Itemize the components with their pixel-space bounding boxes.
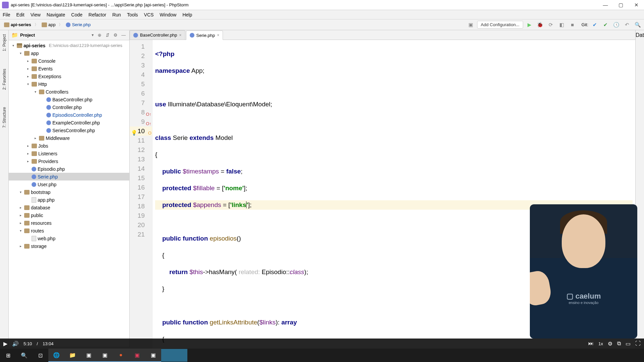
menu-run[interactable]: Run <box>112 12 121 17</box>
tool-window-structure[interactable]: 7: Structure <box>1 105 7 130</box>
taskbar-app[interactable]: ▣ <box>145 349 161 362</box>
hide-icon[interactable]: — <box>121 32 127 38</box>
settings-icon[interactable]: ⚙ <box>608 341 612 347</box>
tree-row[interactable]: Controller.php <box>9 103 129 111</box>
run-icon[interactable]: ▶ <box>525 20 534 29</box>
next-icon[interactable]: ⏭ <box>588 341 594 347</box>
gear-icon[interactable]: ⚙ <box>112 32 119 38</box>
taskbar-app[interactable]: ▣ <box>129 349 145 362</box>
tree-row[interactable]: BaseController.php <box>9 96 129 103</box>
coverage-icon[interactable]: ⟳ <box>547 20 555 29</box>
expand-icon[interactable]: ▸ <box>26 74 30 78</box>
taskbar-app[interactable]: ● <box>113 349 129 362</box>
menu-view[interactable]: View <box>31 12 41 17</box>
breadcrumb-file[interactable]: Serie.php <box>64 21 93 28</box>
chevron-down-icon[interactable]: ▼ <box>91 33 94 37</box>
expand-icon[interactable]: ▸ <box>18 221 23 225</box>
tree-row[interactable]: ▸public <box>9 211 129 219</box>
expand-icon[interactable]: ▸ <box>26 144 30 148</box>
tree-row[interactable]: ▸Middleware <box>9 134 129 142</box>
expand-icon[interactable]: ▾ <box>11 44 15 47</box>
update-project-icon[interactable]: ✔ <box>590 20 599 29</box>
debug-icon[interactable]: 🐞 <box>536 20 545 29</box>
playback-speed[interactable]: 1x <box>598 341 603 346</box>
tree-row[interactable]: ▸Listeners <box>9 150 129 157</box>
tree-row[interactable]: ▸database <box>9 204 129 211</box>
taskbar-app[interactable]: 📁 <box>64 349 81 362</box>
add-configuration-button[interactable]: Add Configuration... <box>477 21 523 29</box>
tree-root[interactable]: ▾ api-series E:\vinicius-dias\1219-lumen… <box>9 42 129 49</box>
build-icon[interactable]: ▣ <box>466 20 475 29</box>
tree-row[interactable]: ▸storage <box>9 242 129 250</box>
tree-row[interactable]: ▸Providers <box>9 157 129 165</box>
profile-icon[interactable]: ◧ <box>557 20 566 29</box>
search-button[interactable]: 🔍 <box>16 349 32 362</box>
start-button[interactable]: ⊞ <box>0 349 16 362</box>
tree-row[interactable]: ▾routes <box>9 227 129 235</box>
expand-icon[interactable]: ▾ <box>18 51 23 55</box>
tree-row[interactable]: ▾bootstrap <box>9 188 129 196</box>
stop-icon[interactable]: ■ <box>568 20 577 29</box>
project-tree[interactable]: ▾ api-series E:\vinicius-dias\1219-lumen… <box>9 40 129 347</box>
tree-row[interactable]: Episodio.php <box>9 165 129 173</box>
expand-icon[interactable]: ▸ <box>18 206 23 209</box>
tree-row[interactable]: ▾app <box>9 49 129 57</box>
menu-tools[interactable]: Tools <box>127 12 138 17</box>
expand-icon[interactable]: ▸ <box>33 136 38 140</box>
tree-row[interactable]: ▸Events <box>9 65 129 72</box>
play-button[interactable]: ▶ <box>3 341 7 347</box>
tree-row[interactable]: ▸resources <box>9 219 129 227</box>
menu-file[interactable]: File <box>3 12 10 17</box>
pip-icon[interactable]: ⧉ <box>617 341 621 347</box>
taskbar-app[interactable]: ▣ <box>81 349 97 362</box>
expand-icon[interactable]: ▸ <box>18 244 23 248</box>
tree-row[interactable]: SeriesController.php <box>9 126 129 134</box>
locate-icon[interactable]: ⊕ <box>96 32 102 38</box>
expand-icon[interactable]: ▸ <box>26 59 30 63</box>
menu-vcs[interactable]: VCS <box>144 12 154 17</box>
revert-icon[interactable]: ↶ <box>623 20 631 29</box>
minimize-button[interactable]: — <box>598 0 613 10</box>
breadcrumb-root[interactable]: api-series <box>2 21 33 28</box>
tree-row[interactable]: User.php <box>9 180 129 188</box>
menu-window[interactable]: Window <box>160 12 177 17</box>
expand-icon[interactable]: ▸ <box>26 159 30 163</box>
tree-row[interactable]: web.php <box>9 235 129 242</box>
close-tab-icon[interactable]: × <box>179 33 182 38</box>
tool-window-database[interactable]: Database <box>636 32 644 38</box>
menu-help[interactable]: Help <box>182 12 192 17</box>
tree-row[interactable]: ▸Exceptions <box>9 72 129 80</box>
tab-basecontroller[interactable]: BaseController.php × <box>130 30 185 40</box>
commit-icon[interactable]: ✔ <box>601 20 610 29</box>
taskbar-app[interactable]: ▣ <box>97 349 113 362</box>
task-view-button[interactable]: ⊡ <box>32 349 48 362</box>
collapse-icon[interactable]: ⇵ <box>104 32 110 38</box>
tree-row[interactable]: ▸Jobs <box>9 142 129 150</box>
tree-row[interactable]: ExampleController.php <box>9 119 129 126</box>
menu-code[interactable]: Code <box>71 12 82 17</box>
menu-navigate[interactable]: Navigate <box>47 12 65 17</box>
fullscreen-icon[interactable]: ⛶ <box>635 341 641 347</box>
expand-icon[interactable]: ▸ <box>18 213 23 217</box>
tree-row[interactable]: EpisodiosController.php <box>9 111 129 119</box>
volume-icon[interactable]: 🔊 <box>12 341 19 347</box>
expand-icon[interactable]: ▾ <box>18 190 23 194</box>
tool-window-project[interactable]: 1: Project <box>1 32 7 53</box>
expand-icon[interactable]: ▸ <box>26 67 30 70</box>
breadcrumb-app[interactable]: app <box>40 21 58 28</box>
tab-serie[interactable]: Serie.php × <box>186 31 223 40</box>
expand-icon[interactable]: ▾ <box>18 229 23 232</box>
maximize-button[interactable]: ▢ <box>613 0 629 10</box>
expand-icon[interactable]: ▾ <box>26 82 30 86</box>
search-icon[interactable]: 🔍 <box>633 20 642 29</box>
expand-icon[interactable]: ▸ <box>26 152 30 155</box>
close-button[interactable]: ✕ <box>629 0 644 10</box>
menu-edit[interactable]: Edit <box>16 12 25 17</box>
expand-icon[interactable]: ▾ <box>33 90 38 94</box>
close-tab-icon[interactable]: × <box>217 33 219 38</box>
tree-row[interactable]: ▾Controllers <box>9 88 129 96</box>
tree-row[interactable]: ▸Console <box>9 57 129 65</box>
tree-row[interactable]: app.php <box>9 196 129 204</box>
tool-window-favorites[interactable]: 2: Favorites <box>1 67 7 92</box>
taskbar-app[interactable]: 🌐 <box>48 349 64 362</box>
